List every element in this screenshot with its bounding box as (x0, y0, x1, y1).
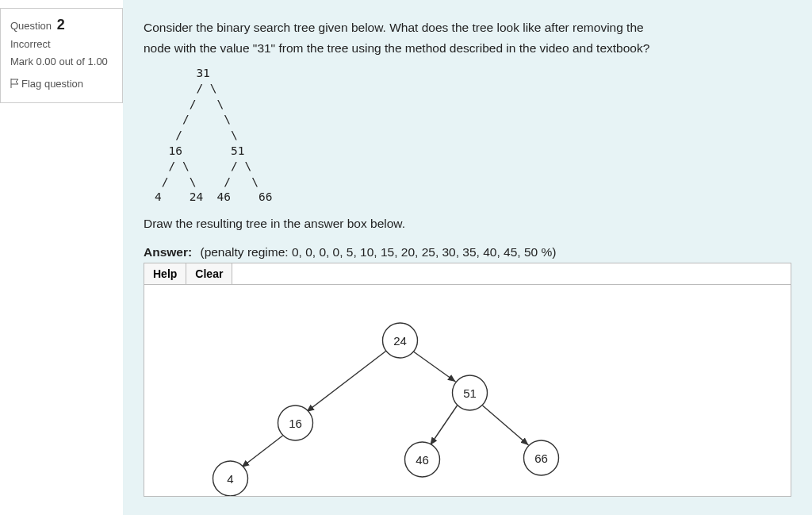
answer-prefix: Answer: (144, 245, 192, 259)
given-tree-ascii: 31 / \ / \ / \ / \ 16 51 / \ / \ / \ / \… (155, 66, 791, 206)
question-text-line2: node with the value "31" from the tree u… (144, 38, 791, 59)
node-66-label: 66 (534, 451, 548, 464)
question-number-value: 2 (57, 17, 65, 33)
node-16[interactable]: 16 (278, 405, 313, 440)
flag-label: Flag question (21, 78, 83, 90)
question-info-sidebar: Question 2 Incorrect Mark 0.00 out of 1.… (0, 0, 123, 515)
edge-51-66 (483, 405, 529, 445)
edge-24-51 (412, 350, 456, 382)
node-46-label: 46 (416, 452, 429, 466)
node-51[interactable]: 51 (453, 375, 488, 410)
node-16-label: 16 (289, 416, 302, 429)
clear-button[interactable]: Clear (186, 263, 232, 284)
node-46[interactable]: 46 (405, 442, 440, 477)
node-66[interactable]: 66 (524, 440, 559, 475)
question-mark: Mark 0.00 out of 1.00 (10, 55, 113, 69)
node-4-label: 4 (227, 471, 233, 485)
question-prefix: Question (10, 20, 52, 32)
edge-16-4 (242, 436, 283, 467)
help-button[interactable]: Help (144, 263, 186, 284)
answer-drawing-canvas[interactable]: 24 16 51 4 46 (144, 285, 791, 496)
question-content: Consider the binary search tree given be… (123, 0, 812, 515)
edge-51-46 (431, 405, 458, 445)
question-text-line1: Consider the binary search tree given be… (144, 17, 791, 38)
node-24[interactable]: 24 (383, 323, 418, 358)
question-status: Incorrect (10, 38, 113, 50)
flag-question-link[interactable]: Flag question (10, 77, 113, 91)
node-4[interactable]: 4 (213, 461, 248, 496)
answer-toolbar: Help Clear (144, 263, 791, 285)
question-number: Question 2 (10, 17, 113, 33)
edge-24-16 (307, 350, 388, 412)
answer-box: Help Clear 24 (144, 263, 791, 497)
info-box: Question 2 Incorrect Mark 0.00 out of 1.… (0, 8, 123, 103)
answer-note: (penalty regime: 0, 0, 0, 0, 5, 10, 15, … (200, 245, 556, 259)
flag-icon (10, 78, 19, 87)
node-51-label: 51 (463, 386, 477, 399)
draw-instruction: Draw the resulting tree in the answer bo… (144, 217, 791, 231)
answer-header: Answer: (penalty regime: 0, 0, 0, 0, 5, … (144, 245, 791, 259)
node-24-label: 24 (393, 333, 407, 347)
